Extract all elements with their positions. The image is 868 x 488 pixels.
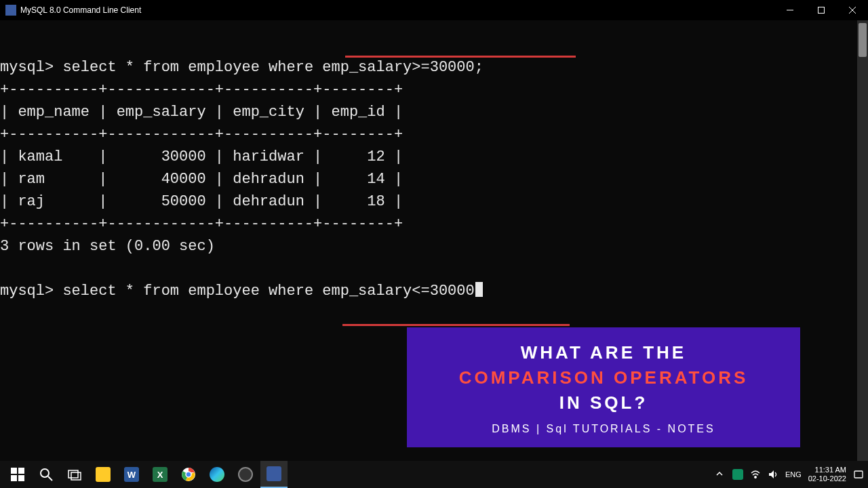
sql-query-2: select * from employee where emp_salary<… bbox=[62, 283, 474, 300]
result-summary: 3 rows in set (0.00 sec) bbox=[0, 238, 215, 255]
highlight-underline bbox=[345, 56, 576, 58]
close-button[interactable] bbox=[837, 0, 868, 20]
overlay-line-3: IN SQL? bbox=[427, 392, 780, 413]
window-controls bbox=[774, 0, 868, 20]
table-header: | emp_name | emp_salary | emp_city | emp… bbox=[0, 104, 403, 121]
taskview-icon bbox=[67, 467, 82, 482]
chrome-icon bbox=[181, 467, 196, 482]
clock[interactable]: 11:31 AM 02-10-2022 bbox=[808, 466, 846, 483]
excel-icon: X bbox=[153, 467, 167, 482]
svg-rect-6 bbox=[11, 475, 17, 481]
app-icon bbox=[5, 5, 16, 16]
table-row: | ram | 40000 | dehradun | 14 | bbox=[0, 171, 403, 188]
folder-icon bbox=[96, 467, 111, 482]
window-title: MySQL 8.0 Command Line Client bbox=[20, 5, 774, 15]
excel-button[interactable]: X bbox=[146, 461, 174, 488]
svg-point-8 bbox=[41, 469, 49, 477]
svg-rect-11 bbox=[71, 472, 81, 480]
scrollbar-track[interactable] bbox=[857, 20, 868, 461]
obs-icon bbox=[238, 467, 253, 482]
notification-icon[interactable] bbox=[853, 469, 864, 480]
taskbar-left: W X bbox=[4, 461, 288, 488]
svg-rect-4 bbox=[11, 468, 17, 474]
search-button[interactable] bbox=[33, 461, 60, 488]
clock-date: 02-10-2022 bbox=[808, 474, 846, 483]
sound-icon[interactable] bbox=[768, 469, 778, 480]
taskbar-right: ENG 11:31 AM 02-10-2022 bbox=[715, 466, 864, 483]
svg-line-9 bbox=[48, 476, 52, 481]
table-border: +----------+------------+----------+----… bbox=[0, 81, 403, 98]
chrome-button[interactable] bbox=[175, 461, 202, 488]
start-icon bbox=[10, 467, 25, 482]
clock-time: 11:31 AM bbox=[808, 466, 846, 474]
search-icon bbox=[39, 467, 54, 482]
table-row: | kamal | 30000 | haridwar | 12 | bbox=[0, 148, 403, 165]
mysql-icon bbox=[267, 466, 281, 481]
language-indicator[interactable]: ENG bbox=[785, 470, 802, 479]
file-explorer-button[interactable] bbox=[90, 461, 117, 488]
word-icon: W bbox=[124, 467, 139, 482]
app-window: MySQL 8.0 Command Line Client mysql> sel… bbox=[0, 0, 868, 488]
taskview-button[interactable] bbox=[61, 461, 88, 488]
overlay-line-2: COMPARISON OPERATORS bbox=[427, 367, 780, 388]
wifi-icon[interactable] bbox=[750, 469, 761, 480]
chevron-up-icon[interactable] bbox=[715, 469, 726, 480]
sql-query-1: select * from employee where emp_salary>… bbox=[62, 59, 484, 76]
overlay-line-1: WHAT ARE THE bbox=[427, 342, 780, 363]
obs-button[interactable] bbox=[232, 461, 259, 488]
scrollbar-thumb[interactable] bbox=[859, 23, 867, 57]
taskbar: W X bbox=[0, 461, 868, 488]
svg-rect-7 bbox=[18, 475, 24, 481]
titlebar[interactable]: MySQL 8.0 Command Line Client bbox=[0, 0, 868, 20]
table-row: | raj | 50000 | dehradun | 18 | bbox=[0, 193, 403, 210]
svg-rect-17 bbox=[854, 471, 863, 478]
minimize-button[interactable] bbox=[774, 0, 806, 20]
svg-point-15 bbox=[755, 476, 757, 479]
table-border: +----------+------------+----------+----… bbox=[0, 216, 403, 232]
svg-rect-5 bbox=[18, 468, 24, 474]
edge-icon bbox=[210, 467, 224, 482]
word-button[interactable]: W bbox=[118, 461, 145, 488]
meet-icon[interactable] bbox=[732, 469, 743, 480]
table-border: +----------+------------+----------+----… bbox=[0, 126, 403, 143]
cursor-icon bbox=[475, 282, 483, 297]
highlight-underline bbox=[342, 324, 570, 326]
start-button[interactable] bbox=[4, 461, 31, 488]
overlay-card: WHAT ARE THE COMPARISON OPERATORS IN SQL… bbox=[407, 327, 800, 447]
overlay-subtitle: DBMS | Sql TUTORIALS - NOTES bbox=[427, 423, 780, 435]
prompt: mysql> bbox=[0, 283, 54, 300]
mysql-client-button[interactable] bbox=[260, 461, 288, 488]
svg-rect-10 bbox=[68, 470, 78, 478]
edge-button[interactable] bbox=[203, 461, 231, 488]
svg-rect-1 bbox=[818, 7, 825, 14]
prompt: mysql> bbox=[0, 59, 54, 76]
svg-marker-16 bbox=[769, 470, 774, 479]
svg-point-14 bbox=[186, 472, 191, 477]
maximize-button[interactable] bbox=[806, 0, 837, 20]
